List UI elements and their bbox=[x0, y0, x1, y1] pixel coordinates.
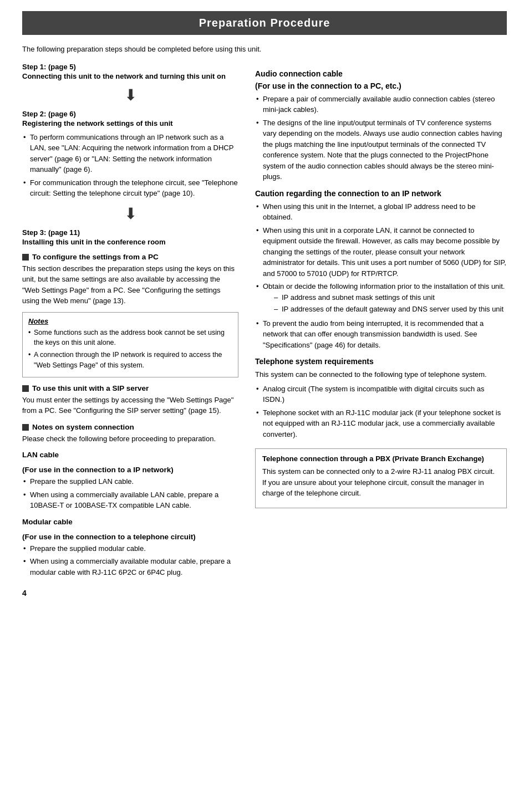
left-column: Step 1: (page 5) Connecting this unit to… bbox=[22, 63, 238, 598]
square-icon-2 bbox=[22, 385, 29, 392]
step2-bullets: To perform communications through an IP … bbox=[22, 132, 238, 199]
audio-bullet-2: The designs of the line input/output ter… bbox=[255, 118, 507, 182]
step1-label: Step 1: (page 5) bbox=[22, 63, 238, 71]
system-connection-label: Notes on system connection bbox=[32, 423, 134, 431]
square-icon-3 bbox=[22, 424, 29, 431]
step1-section: Step 1: (page 5) Connecting this unit to… bbox=[22, 63, 238, 80]
note-item-1: Some functions such as the address book … bbox=[28, 328, 232, 349]
step3-label: Step 3: (page 11) bbox=[22, 228, 238, 237]
system-connection-heading: Notes on system connection bbox=[22, 423, 238, 431]
caution-ip-heading: Caution regarding the connection to an I… bbox=[255, 189, 507, 198]
step3-heading: Installing this unit in the conference r… bbox=[22, 238, 238, 246]
lan-bullet-2: When using a commercially available LAN … bbox=[22, 489, 238, 511]
step1-heading: Connecting this unit to the network and … bbox=[22, 72, 238, 80]
sip-server-label: To use this unit with a SIP server bbox=[32, 384, 149, 392]
notes-title: Notes bbox=[28, 317, 232, 325]
telephone-req-bullets: Analog circuit (The system is incompatib… bbox=[255, 384, 507, 440]
lan-bullet-1: Prepare the supplied LAN cable. bbox=[22, 476, 238, 487]
dash-item-2: IP addresses of the default gateway and … bbox=[274, 304, 507, 315]
page-title: Preparation Procedure bbox=[22, 11, 507, 35]
system-connection-body: Please check the following before procee… bbox=[22, 433, 238, 445]
caution-dash-list: IP address and subnet mask settings of t… bbox=[263, 292, 507, 315]
caution-bullet-1: When using this unit in the Internet, a … bbox=[255, 201, 507, 223]
audio-bullet-1: Prepare a pair of commercially available… bbox=[255, 94, 507, 115]
step2-bullet-1: To perform communications through an IP … bbox=[22, 132, 238, 175]
telephone-bullet-1: Analog circuit (The system is incompatib… bbox=[255, 384, 507, 405]
caution-bullet-2: When using this unit in a corporate LAN,… bbox=[255, 225, 507, 279]
intro-text: The following preparation steps should b… bbox=[22, 44, 507, 55]
telephone-req-body: This system can be connected to the foll… bbox=[255, 369, 507, 380]
step2-heading: Registering the network settings of this… bbox=[22, 119, 238, 127]
arrow-down-2: ⬇ bbox=[22, 205, 238, 223]
square-icon-1 bbox=[22, 254, 29, 261]
configure-pc-label: To configure the settings from a PC bbox=[32, 253, 159, 261]
caution-bullet-3: Obtain or decide the following informati… bbox=[255, 281, 507, 315]
arrow-down-1: ⬇ bbox=[22, 86, 238, 104]
note-item-2: A connection through the IP network is r… bbox=[28, 350, 232, 371]
step3-section: Step 3: (page 11) Installing this unit i… bbox=[22, 228, 238, 246]
modular-cable-bullets: Prepare the supplied modular cable. When… bbox=[22, 543, 238, 578]
right-column: Audio connection cable (For use in the c… bbox=[255, 63, 507, 598]
audio-cable-subheading: (For use in the connection to a PC, etc.… bbox=[255, 81, 507, 90]
audio-cable-heading: Audio connection cable bbox=[255, 69, 507, 78]
sip-server-heading: To use this unit with a SIP server bbox=[22, 384, 238, 392]
lan-cable-heading: LAN cable bbox=[22, 451, 238, 459]
lan-cable-subheading: (For use in the connection to a IP netwo… bbox=[22, 466, 238, 474]
step2-bullet-2: For communication through the telephone … bbox=[22, 177, 238, 199]
modular-cable-subheading: (For use in the connection to a telephon… bbox=[22, 533, 238, 541]
caution-bullet-4: To prevent the audio from being interrup… bbox=[255, 318, 507, 351]
sip-server-body: You must enter the settings by accessing… bbox=[22, 395, 238, 416]
modular-cable-heading: Modular cable bbox=[22, 518, 238, 526]
modular-bullet-1: Prepare the supplied modular cable. bbox=[22, 543, 238, 554]
pbx-body: This system can be connected only to a 2… bbox=[262, 466, 500, 499]
modular-bullet-2: When using a commercially available modu… bbox=[22, 556, 238, 578]
telephone-req-heading: Telephone system requirements bbox=[255, 357, 507, 366]
audio-cable-bullets: Prepare a pair of commercially available… bbox=[255, 94, 507, 182]
telephone-bullet-2: Telephone socket with an RJ-11C modular … bbox=[255, 407, 507, 440]
page-number: 4 bbox=[22, 589, 238, 597]
notes-box: Notes Some functions such as the address… bbox=[22, 312, 238, 377]
step2-section: Step 2: (page 6) Registering the network… bbox=[22, 110, 238, 199]
pbx-title: Telephone connection through a PBX (Priv… bbox=[262, 454, 500, 463]
step2-label: Step 2: (page 6) bbox=[22, 110, 238, 118]
configure-pc-heading: To configure the settings from a PC bbox=[22, 253, 238, 261]
configure-pc-body: This section describes the preparation s… bbox=[22, 263, 238, 307]
caution-ip-bullets: When using this unit in the Internet, a … bbox=[255, 201, 507, 351]
dash-item-1: IP address and subnet mask settings of t… bbox=[274, 292, 507, 303]
pbx-box: Telephone connection through a PBX (Priv… bbox=[255, 448, 507, 508]
lan-cable-bullets: Prepare the supplied LAN cable. When usi… bbox=[22, 476, 238, 511]
